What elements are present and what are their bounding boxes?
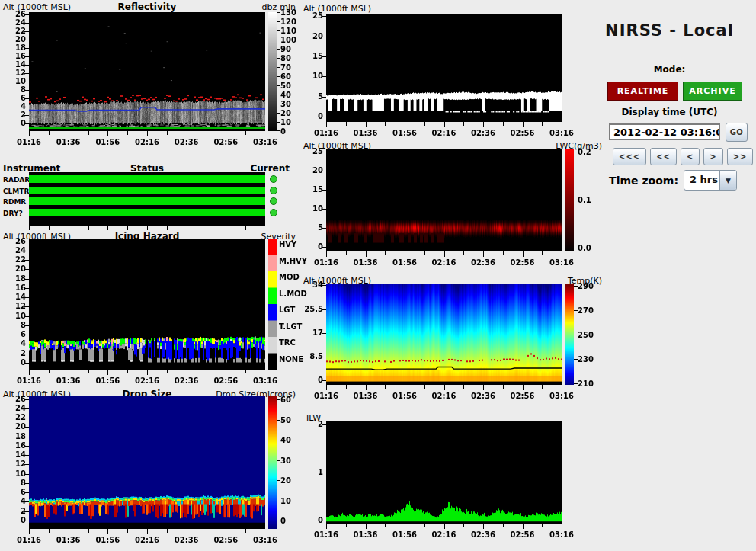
archive-button[interactable]: ARCHIVE (683, 82, 742, 101)
y-tick-label: 0 (296, 376, 323, 384)
colorbar-tick-label: 70 (280, 63, 303, 72)
status-time-ticks (21, 226, 265, 232)
colorbar-tick-label: 0.1 (578, 196, 601, 204)
reflectivity-plot (21, 12, 265, 137)
x-tick-label: 02:56 (210, 536, 242, 544)
colorbar (565, 284, 578, 385)
chevron-down-icon[interactable]: ▼ (719, 171, 736, 190)
x-tick-label: 02:16 (428, 392, 460, 400)
y-tick-label: 20 (296, 166, 323, 175)
y-tick-label: 15 (296, 52, 323, 60)
colorbar-tick-label: 30 (280, 100, 303, 108)
x-tick-label: 01:36 (350, 258, 382, 267)
mode-label: Mode: (583, 64, 756, 75)
colorbar-tick-label: 50 (280, 82, 303, 90)
step-back-button[interactable]: << (650, 148, 677, 165)
lwc-plot (319, 149, 562, 258)
y-tick-label: 0 (0, 358, 26, 367)
y-tick-label: 16 (0, 441, 26, 450)
x-tick-label: 02:36 (467, 129, 499, 137)
colorbar-tick-label: 60 (280, 396, 303, 404)
x-tick-label: 01:16 (310, 392, 342, 400)
y-tick-label: 2 (296, 420, 323, 428)
x-tick-label: 02:56 (210, 138, 242, 146)
status-bar (29, 209, 265, 216)
status-row-label: RDMR (3, 198, 26, 206)
nirss-app: Alt (1000ft MSL) Reflectivity dbz-min In… (0, 0, 756, 551)
status-row-label: CLMTR (3, 187, 29, 195)
y-tick-label: 18 (0, 43, 26, 52)
y-tick-label: 0 (296, 242, 323, 251)
y-tick-label: 14 (0, 450, 26, 459)
x-tick-label: 02:16 (428, 258, 460, 267)
y-tick-label: 22 (0, 255, 26, 264)
y-tick-label: 12 (0, 460, 26, 468)
status-row-label: RADAR (3, 176, 30, 184)
display-time-label: Display time (UTC) (583, 107, 756, 117)
y-tick-label: 8 (0, 321, 26, 329)
colorbar-tick-label: 10 (280, 497, 303, 505)
y-tick-label: 10 (0, 312, 26, 320)
x-tick-label: 02:16 (131, 536, 163, 544)
y-tick-label: 5 (296, 92, 323, 101)
severity-colorbar (268, 239, 277, 370)
y-tick-label: 20 (296, 32, 323, 40)
x-tick-label: 02:16 (428, 129, 460, 137)
x-tick-label: 02:36 (171, 376, 203, 385)
go-button[interactable]: GO (726, 123, 748, 142)
colorbar (268, 12, 280, 131)
y-tick-label: 16 (0, 284, 26, 292)
y-tick-label: 1 (296, 468, 323, 476)
x-tick-label: 02:36 (467, 530, 499, 539)
status-indicator-light (270, 197, 277, 205)
x-tick-label: 01:16 (13, 376, 45, 385)
y-tick-label: 12 (0, 302, 26, 310)
x-tick-label: 02:36 (467, 258, 499, 267)
y-tick-label: 24 (0, 404, 26, 412)
time-nav-buttons: <<<<<<>>>>>> (613, 148, 756, 165)
x-tick-label: 01:56 (389, 392, 421, 400)
y-tick-label: 24 (0, 246, 26, 255)
colorbar-tick-label: 40 (280, 436, 303, 444)
step-back-fast-button[interactable]: <<< (613, 148, 646, 165)
y-tick-label: 18 (0, 432, 26, 440)
time-zoom-value: 2 hrs (684, 171, 719, 190)
x-tick-label: 01:56 (91, 138, 123, 146)
x-tick-label: 03:16 (249, 138, 281, 146)
y-tick-label: 4 (0, 497, 26, 505)
colorbar (565, 149, 578, 251)
y-tick-label: 25 (296, 11, 323, 20)
page-title: NIRSS - Local (583, 21, 756, 40)
y-tick-label: 12 (0, 69, 26, 77)
status-bar (29, 197, 265, 205)
x-tick-label: 01:56 (91, 376, 123, 385)
y-tick-label: 0 (296, 516, 323, 524)
x-tick-label: 02:36 (467, 392, 499, 400)
y-tick-label: 10 (296, 72, 323, 80)
step-forward-button[interactable]: >> (727, 148, 754, 165)
y-tick-label: 14 (0, 60, 26, 69)
status-indicator-light (270, 187, 277, 194)
y-tick-label: 26 (0, 237, 26, 245)
x-tick-label: 01:36 (53, 138, 85, 146)
colorbar-tick-label: 0.0 (578, 244, 601, 252)
icing-hazard-plot (21, 239, 265, 376)
severity-level-label: TRC (279, 338, 309, 347)
step-back-small-button[interactable]: < (681, 148, 700, 165)
x-tick-label: 01:36 (53, 376, 85, 385)
severity-level-label: L.MOD (279, 290, 309, 298)
x-tick-label: 01:56 (389, 530, 421, 539)
y-tick-label: 4 (0, 102, 26, 111)
time-zoom-dropdown[interactable]: 2 hrs ▼ (684, 170, 737, 191)
step-forward-small-button[interactable]: > (703, 148, 722, 165)
display-time-input[interactable] (609, 123, 720, 140)
colorbar-tick-label: 0 (280, 127, 303, 136)
x-tick-label: 01:36 (350, 530, 382, 539)
x-tick-label: 01:56 (389, 129, 421, 137)
x-tick-label: 02:56 (210, 376, 242, 385)
y-tick-label: 5 (296, 223, 323, 232)
realtime-button[interactable]: REALTIME (607, 82, 678, 101)
y-tick-label: 24 (0, 18, 26, 27)
x-tick-label: 02:16 (131, 138, 163, 146)
x-tick-label: 02:56 (507, 129, 539, 137)
